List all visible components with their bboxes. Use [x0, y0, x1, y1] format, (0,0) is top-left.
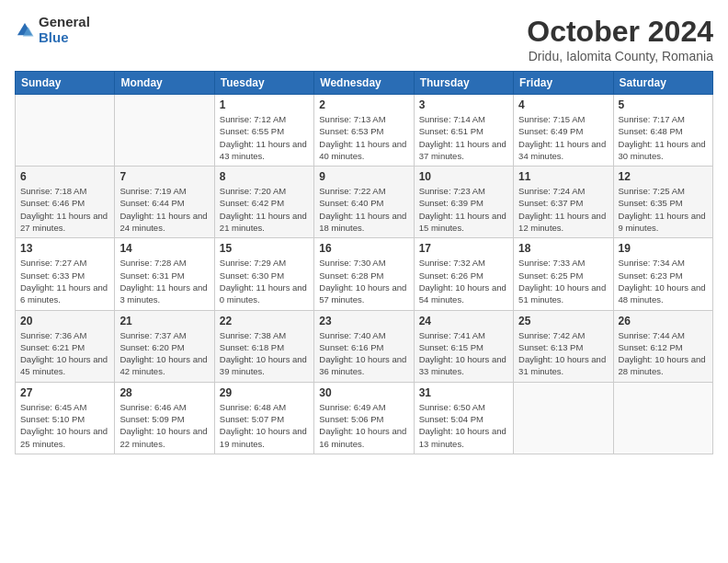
day-detail: Sunrise: 7:30 AMSunset: 6:28 PMDaylight:… — [319, 257, 408, 305]
day-detail: Sunrise: 7:42 AMSunset: 6:13 PMDaylight:… — [518, 329, 608, 378]
day-number: 6 — [20, 170, 109, 183]
calendar-cell — [16, 95, 115, 167]
calendar-cell: 21Sunrise: 7:37 AMSunset: 6:20 PMDayligh… — [115, 310, 214, 382]
calendar-cell: 6Sunrise: 7:18 AMSunset: 6:46 PMDaylight… — [16, 167, 115, 238]
day-detail: Sunrise: 7:18 AMSunset: 6:46 PMDaylight:… — [20, 185, 109, 234]
calendar-cell: 24Sunrise: 7:41 AMSunset: 6:15 PMDayligh… — [414, 310, 513, 382]
day-detail: Sunrise: 7:19 AMSunset: 6:44 PMDaylight:… — [119, 185, 209, 234]
day-number: 29 — [220, 386, 309, 399]
day-detail: Sunrise: 6:50 AMSunset: 5:04 PMDaylight:… — [419, 401, 508, 450]
day-header-saturday: Saturday — [613, 72, 712, 95]
day-number: 22 — [220, 315, 309, 327]
day-detail: Sunrise: 7:23 AMSunset: 6:39 PMDaylight:… — [419, 185, 508, 234]
day-number: 9 — [319, 170, 408, 183]
calendar-cell: 10Sunrise: 7:23 AMSunset: 6:39 PMDayligh… — [414, 167, 513, 238]
calendar-table: SundayMondayTuesdayWednesdayThursdayFrid… — [15, 71, 713, 454]
calendar-cell: 27Sunrise: 6:45 AMSunset: 5:10 PMDayligh… — [16, 382, 115, 454]
calendar-week-2: 6Sunrise: 7:18 AMSunset: 6:46 PMDaylight… — [16, 167, 713, 238]
day-number: 26 — [619, 315, 708, 327]
location: Dridu, Ialomita County, Romania — [527, 49, 713, 63]
calendar-cell: 25Sunrise: 7:42 AMSunset: 6:13 PMDayligh… — [514, 310, 613, 382]
day-number: 17 — [419, 242, 508, 255]
calendar-week-1: 1Sunrise: 7:12 AMSunset: 6:55 PMDaylight… — [16, 95, 713, 167]
day-number: 19 — [619, 242, 708, 255]
calendar-cell: 5Sunrise: 7:17 AMSunset: 6:48 PMDaylight… — [613, 95, 712, 167]
day-detail: Sunrise: 7:28 AMSunset: 6:31 PMDaylight:… — [119, 257, 209, 305]
calendar-cell: 2Sunrise: 7:13 AMSunset: 6:53 PMDaylight… — [314, 95, 414, 167]
day-detail: Sunrise: 7:29 AMSunset: 6:30 PMDaylight:… — [220, 257, 309, 305]
day-detail: Sunrise: 7:17 AMSunset: 6:48 PMDaylight:… — [619, 113, 708, 162]
calendar-cell: 11Sunrise: 7:24 AMSunset: 6:37 PMDayligh… — [514, 167, 613, 238]
day-number: 12 — [619, 170, 708, 183]
calendar-cell: 14Sunrise: 7:28 AMSunset: 6:31 PMDayligh… — [115, 238, 214, 310]
calendar-cell: 12Sunrise: 7:25 AMSunset: 6:35 PMDayligh… — [613, 167, 712, 238]
calendar-cell: 30Sunrise: 6:49 AMSunset: 5:06 PMDayligh… — [314, 382, 414, 454]
calendar-cell: 3Sunrise: 7:14 AMSunset: 6:51 PMDaylight… — [414, 95, 513, 167]
day-detail: Sunrise: 6:46 AMSunset: 5:09 PMDaylight:… — [119, 401, 209, 450]
calendar-cell: 7Sunrise: 7:19 AMSunset: 6:44 PMDaylight… — [115, 167, 214, 238]
day-detail: Sunrise: 6:48 AMSunset: 5:07 PMDaylight:… — [220, 401, 309, 450]
day-detail: Sunrise: 7:25 AMSunset: 6:35 PMDaylight:… — [619, 185, 708, 234]
day-header-wednesday: Wednesday — [314, 72, 414, 95]
day-detail: Sunrise: 7:22 AMSunset: 6:40 PMDaylight:… — [319, 185, 408, 234]
day-detail: Sunrise: 7:24 AMSunset: 6:37 PMDaylight:… — [518, 185, 608, 234]
day-header-sunday: Sunday — [16, 72, 115, 95]
day-number: 31 — [419, 386, 508, 399]
day-header-tuesday: Tuesday — [214, 72, 313, 95]
calendar-cell: 29Sunrise: 6:48 AMSunset: 5:07 PMDayligh… — [214, 382, 313, 454]
calendar-week-4: 20Sunrise: 7:36 AMSunset: 6:21 PMDayligh… — [16, 310, 713, 382]
day-number: 30 — [319, 386, 408, 399]
day-number: 10 — [419, 170, 508, 183]
day-number: 3 — [419, 98, 508, 111]
day-detail: Sunrise: 7:41 AMSunset: 6:15 PMDaylight:… — [419, 329, 508, 378]
calendar-week-5: 27Sunrise: 6:45 AMSunset: 5:10 PMDayligh… — [16, 382, 713, 454]
day-header-monday: Monday — [115, 72, 214, 95]
page-header: General Blue October 2024 Dridu, Ialomit… — [15, 15, 713, 63]
calendar-cell: 15Sunrise: 7:29 AMSunset: 6:30 PMDayligh… — [214, 238, 313, 310]
day-detail: Sunrise: 7:27 AMSunset: 6:33 PMDaylight:… — [20, 257, 109, 305]
day-number: 15 — [220, 242, 309, 255]
calendar-cell: 8Sunrise: 7:20 AMSunset: 6:42 PMDaylight… — [214, 167, 313, 238]
calendar-body: 1Sunrise: 7:12 AMSunset: 6:55 PMDaylight… — [16, 95, 713, 454]
header-row: SundayMondayTuesdayWednesdayThursdayFrid… — [16, 72, 713, 95]
day-number: 14 — [119, 242, 209, 255]
day-header-thursday: Thursday — [414, 72, 513, 95]
calendar-cell: 23Sunrise: 7:40 AMSunset: 6:16 PMDayligh… — [314, 310, 414, 382]
day-number: 8 — [220, 170, 309, 183]
day-detail: Sunrise: 7:15 AMSunset: 6:49 PMDaylight:… — [518, 113, 608, 162]
calendar-cell — [514, 382, 613, 454]
calendar-cell: 18Sunrise: 7:33 AMSunset: 6:25 PMDayligh… — [514, 238, 613, 310]
day-number: 7 — [119, 170, 209, 183]
calendar-cell: 31Sunrise: 6:50 AMSunset: 5:04 PMDayligh… — [414, 382, 513, 454]
calendar-cell: 4Sunrise: 7:15 AMSunset: 6:49 PMDaylight… — [514, 95, 613, 167]
day-detail: Sunrise: 7:34 AMSunset: 6:23 PMDaylight:… — [619, 257, 708, 305]
day-number: 2 — [319, 98, 408, 111]
day-number: 23 — [319, 315, 408, 327]
calendar-cell: 1Sunrise: 7:12 AMSunset: 6:55 PMDaylight… — [214, 95, 313, 167]
calendar-cell: 28Sunrise: 6:46 AMSunset: 5:09 PMDayligh… — [115, 382, 214, 454]
day-detail: Sunrise: 7:32 AMSunset: 6:26 PMDaylight:… — [419, 257, 508, 305]
day-number: 5 — [619, 98, 708, 111]
calendar-cell: 20Sunrise: 7:36 AMSunset: 6:21 PMDayligh… — [16, 310, 115, 382]
logo-blue-text: Blue — [39, 30, 90, 46]
day-detail: Sunrise: 7:33 AMSunset: 6:25 PMDaylight:… — [518, 257, 608, 305]
logo-text: General Blue — [39, 15, 90, 45]
day-detail: Sunrise: 7:37 AMSunset: 6:20 PMDaylight:… — [119, 329, 209, 378]
calendar-cell: 13Sunrise: 7:27 AMSunset: 6:33 PMDayligh… — [16, 238, 115, 310]
day-number: 13 — [20, 242, 109, 255]
title-block: October 2024 Dridu, Ialomita County, Rom… — [527, 15, 713, 63]
calendar-cell: 26Sunrise: 7:44 AMSunset: 6:12 PMDayligh… — [613, 310, 712, 382]
calendar-cell: 22Sunrise: 7:38 AMSunset: 6:18 PMDayligh… — [214, 310, 313, 382]
day-detail: Sunrise: 6:49 AMSunset: 5:06 PMDaylight:… — [319, 401, 408, 450]
day-detail: Sunrise: 7:36 AMSunset: 6:21 PMDaylight:… — [20, 329, 109, 378]
calendar-cell — [115, 95, 214, 167]
day-number: 25 — [518, 315, 608, 327]
day-number: 21 — [119, 315, 209, 327]
day-detail: Sunrise: 7:14 AMSunset: 6:51 PMDaylight:… — [419, 113, 508, 162]
day-detail: Sunrise: 7:20 AMSunset: 6:42 PMDaylight:… — [220, 185, 309, 234]
calendar-week-3: 13Sunrise: 7:27 AMSunset: 6:33 PMDayligh… — [16, 238, 713, 310]
day-number: 16 — [319, 242, 408, 255]
day-detail: Sunrise: 7:38 AMSunset: 6:18 PMDaylight:… — [220, 329, 309, 378]
day-number: 18 — [518, 242, 608, 255]
calendar-cell: 17Sunrise: 7:32 AMSunset: 6:26 PMDayligh… — [414, 238, 513, 310]
